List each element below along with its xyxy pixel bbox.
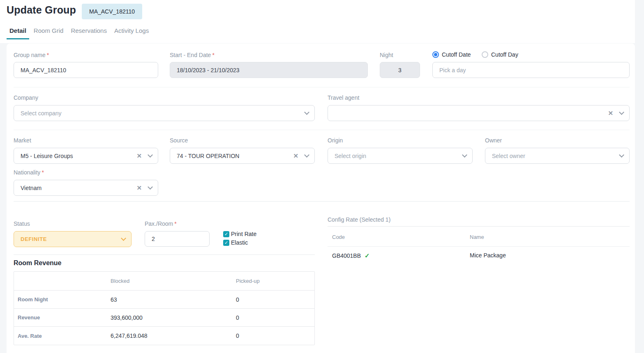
- config-rate-divider: [328, 226, 630, 227]
- update-group-page: Update Group MA_ACV_182110 Detail Room G…: [0, 0, 644, 353]
- group-name-input[interactable]: [14, 62, 158, 78]
- travel-agent-select[interactable]: ✕: [328, 105, 630, 121]
- chevron-down-icon: [121, 236, 126, 241]
- page-title: Update Group: [7, 4, 76, 16]
- room-revenue-divider: [14, 254, 315, 255]
- room-revenue-header-row: Blocked Picked-up: [14, 272, 314, 291]
- tab-bar: Detail Room Grid Reservations Activity L…: [7, 26, 152, 39]
- status-label: Status: [14, 220, 30, 227]
- blocked-value: 6,247,619.048: [111, 332, 236, 339]
- print-rate-label: Print Rate: [231, 231, 256, 237]
- tab-reservations[interactable]: Reservations: [68, 26, 110, 39]
- clear-icon[interactable]: ✕: [136, 153, 142, 159]
- blocked-value: 393,600,000: [111, 314, 236, 321]
- night-value: 3: [398, 67, 402, 73]
- blocked-column-header: Blocked: [111, 278, 236, 284]
- radio-unselected-icon: [482, 51, 488, 58]
- origin-select[interactable]: Select origin: [328, 148, 473, 164]
- config-rate-title: Config Rate (Selected 1): [328, 216, 390, 223]
- owner-label: Owner: [485, 137, 502, 144]
- chevron-down-icon: [304, 152, 309, 158]
- cutoff-date-radio[interactable]: Cutoff Date: [432, 51, 471, 58]
- row-label: Ave. Rate: [14, 333, 111, 339]
- origin-label: Origin: [328, 137, 343, 144]
- group-code-badge: MA_ACV_182110: [82, 4, 142, 19]
- nationality-label: Nationality*: [14, 169, 44, 176]
- tab-room-grid[interactable]: Room Grid: [31, 26, 67, 39]
- status-value: DEFINITE: [21, 236, 122, 242]
- status-select[interactable]: DEFINITE: [14, 231, 132, 247]
- config-rate-row[interactable]: GB4001BB✓: [332, 252, 370, 259]
- chevron-down-icon: [148, 184, 153, 190]
- date-range-field: 18/10/2023 - 21/10/2023: [170, 62, 368, 78]
- clear-icon[interactable]: ✕: [136, 185, 142, 191]
- source-select[interactable]: 74 - TOUR OPERATION ✕: [170, 148, 315, 164]
- source-label: Source: [170, 137, 188, 144]
- required-asterisk: *: [212, 52, 214, 58]
- cutoff-date-radio-label: Cutoff Date: [442, 51, 471, 58]
- detail-panel: Group name* Start - End Date* 18/10/2023…: [7, 44, 635, 353]
- cutoff-day-radio-label: Cutoff Day: [491, 51, 518, 58]
- group-name-label: Group name*: [14, 52, 49, 58]
- pax-room-label: Pax./Room*: [145, 220, 177, 227]
- checkbox-checked-icon: ✓: [223, 240, 229, 246]
- tab-activity-logs[interactable]: Activity Logs: [111, 26, 152, 39]
- nationality-select[interactable]: Vietnam ✕: [14, 180, 158, 196]
- row-divider: [14, 87, 630, 87]
- page-header: Update Group MA_ACV_182110 Detail Room G…: [0, 0, 635, 43]
- elastic-label: Elastic: [231, 239, 248, 246]
- owner-select[interactable]: Select owner: [485, 148, 630, 164]
- company-label: Company: [14, 94, 38, 101]
- selected-check-icon: ✓: [365, 252, 370, 259]
- table-row: Ave. Rate 6,247,619.048 0: [14, 327, 314, 345]
- name-column-header: Name: [470, 234, 484, 240]
- room-revenue-table: Blocked Picked-up Room Night 63 0 Revenu…: [14, 271, 315, 345]
- row-label: Room Night: [14, 296, 111, 303]
- source-value: 74 - TOUR OPERATION: [177, 153, 293, 159]
- table-row: Revenue 393,600,000 0: [14, 309, 314, 327]
- date-range-value: 18/10/2023 - 21/10/2023: [177, 67, 240, 73]
- nationality-value: Vietnam: [21, 185, 136, 191]
- radio-selected-icon: [432, 51, 439, 58]
- code-column-header: Code: [332, 234, 345, 240]
- section-divider: [14, 201, 630, 202]
- pax-room-input[interactable]: [145, 231, 210, 247]
- required-asterisk: *: [42, 169, 44, 176]
- elastic-checkbox[interactable]: ✓ Elastic: [223, 239, 248, 246]
- origin-placeholder: Select origin: [335, 153, 463, 159]
- picked-up-value: 0: [236, 314, 314, 321]
- travel-agent-label: Travel agent: [328, 94, 359, 101]
- picked-up-column-header: Picked-up: [236, 278, 314, 284]
- row-divider: [14, 130, 630, 130]
- company-placeholder: Select company: [21, 110, 305, 117]
- row-label: Revenue: [14, 314, 111, 321]
- print-rate-checkbox[interactable]: ✓ Print Rate: [223, 231, 256, 237]
- rate-code: GB4001BB: [332, 252, 361, 259]
- picked-up-value: 0: [236, 296, 314, 303]
- chevron-down-icon: [462, 152, 467, 158]
- clear-icon[interactable]: ✕: [293, 153, 298, 159]
- cutoff-day-radio[interactable]: Cutoff Day: [482, 51, 518, 58]
- room-revenue-title: Room Revenue: [14, 259, 61, 267]
- table-row: Room Night 63 0: [14, 291, 314, 309]
- night-label: Night: [380, 52, 393, 58]
- owner-placeholder: Select owner: [492, 153, 620, 159]
- config-rate-header-divider: [328, 246, 630, 247]
- market-value: M5 - Leisure Groups: [21, 153, 136, 159]
- chevron-down-icon: [619, 110, 624, 115]
- chevron-down-icon: [304, 110, 309, 115]
- required-asterisk: *: [47, 52, 49, 58]
- chevron-down-icon: [619, 152, 624, 158]
- market-select[interactable]: M5 - Leisure Groups ✕: [14, 148, 158, 164]
- clear-icon[interactable]: ✕: [608, 110, 613, 116]
- date-range-label: Start - End Date*: [170, 52, 215, 58]
- tab-detail[interactable]: Detail: [7, 26, 29, 39]
- company-select[interactable]: Select company: [14, 105, 315, 121]
- market-label: Market: [14, 137, 31, 144]
- cutoff-day-picker-input[interactable]: [432, 62, 630, 78]
- required-asterisk: *: [174, 220, 176, 227]
- night-field: 3: [380, 62, 420, 78]
- rate-name: Mice Package: [470, 252, 506, 259]
- blocked-value: 63: [111, 296, 236, 303]
- picked-up-value: 0: [236, 332, 314, 339]
